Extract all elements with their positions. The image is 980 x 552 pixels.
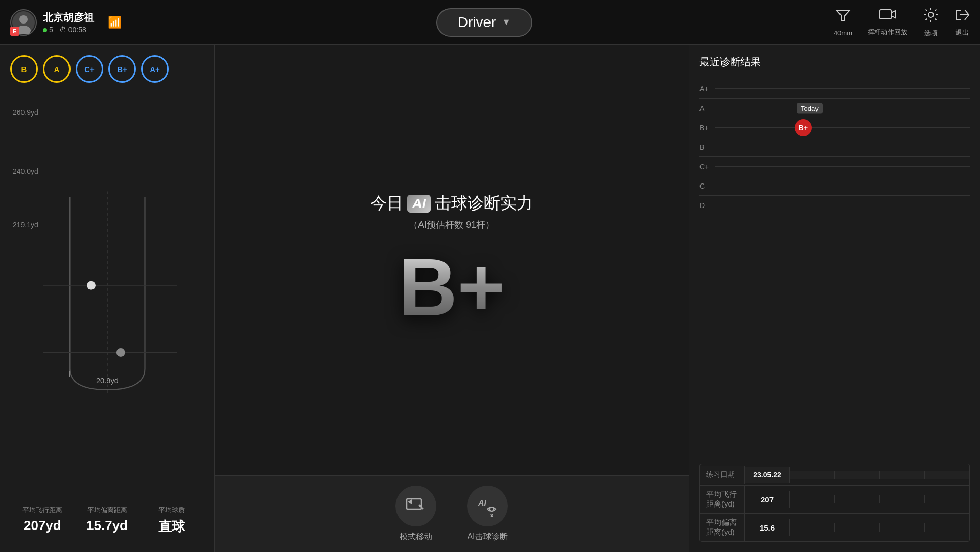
club-selector-area: Driver ▼	[135, 8, 834, 37]
gear-icon	[923, 7, 939, 27]
svg-marker-5	[891, 11, 895, 18]
table-row-fly: 平均飞行距离(yd) 207	[700, 486, 969, 514]
grade-badge-bplus: B+	[108, 55, 136, 83]
btn-replay[interactable]: 挥杆动作回放	[868, 8, 907, 37]
header: E 北京胡彦祖 5 ⏱ 00:58 📶 Driver ▼ 40mm	[0, 0, 980, 45]
video-icon	[879, 8, 896, 26]
center-panel: 今日 AI 击球诊断实力 （AI预估杆数 91杆） B+ 模式移动	[215, 45, 689, 552]
grade-line-cplus	[715, 166, 970, 167]
col-date-3	[835, 471, 880, 479]
yd-label-top: 260.9yd	[13, 108, 38, 117]
title-prefix: 今日	[370, 192, 403, 215]
ai-badge: AI	[407, 195, 431, 213]
btn-options[interactable]: 选项	[923, 7, 939, 38]
svg-rect-4	[880, 10, 891, 19]
big-grade: B+	[399, 246, 505, 328]
btn-ai-label: AI击球诊断	[467, 532, 507, 542]
grade-row-a: A Today	[699, 99, 970, 118]
grade-row-cplus: C+	[699, 157, 970, 176]
dev-col-2	[790, 523, 835, 532]
stat-deviation: 平均偏离距离 15.7yd	[75, 499, 140, 542]
grade-row-aplus: A+	[699, 79, 970, 99]
stat-qual-label: 平均球质	[158, 505, 185, 515]
grade-row-b: B	[699, 137, 970, 157]
grade-badge-a: A	[43, 55, 71, 83]
fly-col-5	[925, 495, 969, 503]
svg-point-19	[489, 507, 494, 511]
section-title: 最近诊断结果	[699, 55, 970, 69]
svg-marker-16	[408, 499, 412, 504]
timer: 00:58	[68, 26, 86, 34]
fly-col-3	[835, 495, 880, 503]
grade-label-aplus: A+	[699, 85, 715, 93]
grade-badge-b: B	[10, 55, 38, 83]
col-label-header: 练习日期	[700, 466, 745, 484]
shot-count: 5	[49, 26, 53, 34]
grade-line-c	[715, 186, 970, 186]
fly-distance-value: 207	[745, 491, 790, 508]
trajectory-svg: 20.9yd	[23, 186, 192, 401]
header-right: 40mm 挥杆动作回放 选项	[834, 7, 970, 38]
ball-dot-1	[87, 281, 96, 290]
stat-fly-label: 平均飞行距离	[22, 505, 62, 515]
btn-40mm[interactable]: 40mm	[834, 8, 852, 37]
fly-col-4	[880, 495, 925, 503]
grade-label-c: C	[699, 182, 715, 190]
right-panel: 最近诊断结果 A+ A Today B+ B+	[689, 45, 980, 552]
ai-title: 今日 AI 击球诊断实力	[370, 192, 533, 215]
deviation-label: 平均偏离距离(yd)	[700, 514, 745, 541]
btn-40mm-label: 40mm	[834, 29, 852, 37]
btn-mode-move[interactable]: 模式移动	[395, 486, 436, 542]
btn-ai-diagnosis[interactable]: AI AI击球诊断	[467, 486, 508, 542]
grade-line-b	[715, 147, 970, 147]
center-top: 今日 AI 击球诊断实力 （AI预估杆数 91杆） B+	[215, 45, 689, 475]
grade-chart: A+ A Today B+ B+ B	[699, 79, 970, 456]
grade-label-bplus: B+	[699, 124, 715, 132]
btn-mode-label: 模式移动	[400, 532, 432, 542]
yd-label-bot: 219.1yd	[13, 221, 38, 229]
table-row-dev: 平均偏离距离(yd) 15.6	[700, 514, 969, 541]
grade-line-bplus: B+	[715, 127, 970, 128]
stats-row: 平均飞行距离 207yd 平均偏离距离 15.7yd 平均球质 直球	[10, 499, 204, 542]
mode-move-icon	[395, 486, 436, 526]
table-header-row: 练习日期 23.05.22	[700, 464, 969, 486]
grade-row-bplus: B+ B+	[699, 118, 970, 137]
avatar: E	[10, 9, 37, 36]
dev-col-3	[835, 523, 880, 532]
grade-line-a: Today	[715, 108, 970, 108]
grade-badge-aplus: A+	[141, 55, 169, 83]
user-info: 北京胡彦祖 5 ⏱ 00:58	[43, 11, 94, 34]
stat-dev-value: 15.7yd	[86, 518, 128, 534]
today-dot-bplus: B+	[795, 119, 812, 136]
user-name: 北京胡彦祖	[43, 11, 94, 25]
chevron-down-icon: ▼	[502, 17, 511, 28]
today-label-box: Today	[797, 103, 823, 113]
today-marker: Today	[797, 103, 823, 113]
grade-badge-cplus: C+	[76, 55, 103, 83]
svg-marker-3	[837, 11, 849, 21]
svg-text:AI: AI	[478, 499, 487, 508]
exit-icon	[954, 7, 970, 26]
fly-distance-label: 平均飞行距离(yd)	[700, 486, 745, 513]
btn-exit[interactable]: 退出	[954, 7, 970, 37]
ball-dot-2	[116, 348, 125, 357]
grade-label-cplus: C+	[699, 163, 715, 171]
btn-replay-label: 挥杆动作回放	[868, 28, 907, 37]
stat-fly-value: 207yd	[24, 518, 61, 534]
btn-options-label: 选项	[924, 29, 938, 38]
club-selector[interactable]: Driver ▼	[436, 8, 533, 37]
svg-point-1	[19, 15, 28, 24]
grade-label-b: B	[699, 143, 715, 151]
col-date-4	[880, 471, 925, 479]
club-name: Driver	[458, 14, 496, 31]
signal-icon: 📶	[108, 16, 122, 29]
grade-badges: B A C+ B+ A+	[10, 55, 204, 83]
stat-fly-distance: 平均飞行距离 207yd	[10, 499, 75, 542]
deviation-value: 15.6	[745, 519, 790, 536]
dev-col-4	[880, 523, 925, 532]
grade-label-d: D	[699, 201, 715, 210]
center-bottom: 模式移动 AI AI击球诊断	[215, 475, 689, 552]
stat-dev-label: 平均偏离距离	[87, 505, 127, 515]
filter-icon	[835, 8, 851, 27]
yd-label-mid: 240.0yd	[13, 167, 38, 175]
